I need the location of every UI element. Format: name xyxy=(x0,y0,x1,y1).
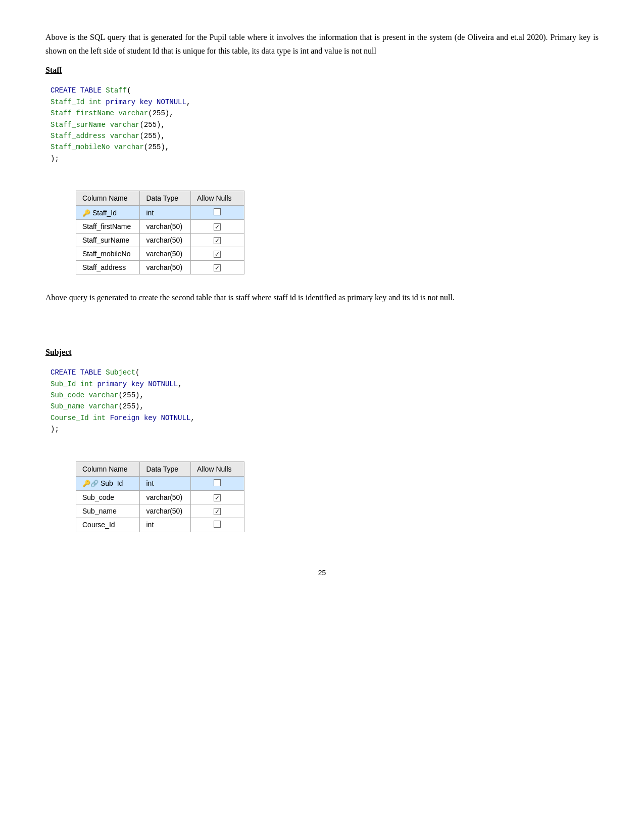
col-type-cell: varchar(50) xyxy=(140,504,191,518)
col-header-name: Column Name xyxy=(76,461,140,476)
page-number: 25 xyxy=(45,569,599,577)
checkbox-unchecked xyxy=(214,479,221,486)
col-null-cell xyxy=(191,206,244,220)
col-name-cell: Sub_name xyxy=(76,504,140,518)
staff-heading: Staff xyxy=(45,66,599,75)
pk-fk-icon: 🔑🔗 xyxy=(82,480,98,487)
table-row: Staff_addressvarchar(50)✓ xyxy=(76,261,244,274)
col-name-cell: Staff_address xyxy=(76,261,140,274)
col-null-cell xyxy=(191,518,244,532)
staff-db-table-wrapper: Column Name Data Type Allow Nulls 🔑Staff… xyxy=(76,191,244,274)
checkbox-checked: ✓ xyxy=(214,223,221,230)
checkbox-unchecked xyxy=(214,521,221,528)
checkbox-checked: ✓ xyxy=(214,494,221,501)
col-header-type: Data Type xyxy=(140,461,191,476)
table-row: Staff_firstNamevarchar(50)✓ xyxy=(76,220,244,234)
col-null-cell xyxy=(191,476,244,490)
subject-sql-block: CREATE TABLE Subject( Sub_Id int primary… xyxy=(45,362,599,440)
table-row: Staff_surNamevarchar(50)✓ xyxy=(76,234,244,247)
col-null-cell: ✓ xyxy=(191,490,244,504)
table-row: 🔑Staff_Idint xyxy=(76,206,244,220)
table-row: Sub_namevarchar(50)✓ xyxy=(76,504,244,518)
col-type-cell: varchar(50) xyxy=(140,490,191,504)
col-name-cell: Staff_surName xyxy=(76,234,140,247)
col-null-cell: ✓ xyxy=(191,234,244,247)
col-type-cell: int xyxy=(140,518,191,532)
col-type-cell: varchar(50) xyxy=(140,234,191,247)
checkbox-checked: ✓ xyxy=(214,237,221,244)
checkbox-checked: ✓ xyxy=(214,251,221,258)
col-header-nulls: Allow Nulls xyxy=(191,461,244,476)
col-type-cell: int xyxy=(140,206,191,220)
col-name-cell: Sub_code xyxy=(76,490,140,504)
col-header-name: Column Name xyxy=(76,191,140,206)
col-type-cell: int xyxy=(140,476,191,490)
col-name-cell: 🔑Staff_Id xyxy=(76,206,140,220)
table-row: 🔑🔗Sub_Idint xyxy=(76,476,244,490)
col-null-cell: ✓ xyxy=(191,261,244,274)
subject-db-table-wrapper: Column Name Data Type Allow Nulls 🔑🔗Sub_… xyxy=(76,461,244,532)
col-name-cell: Staff_firstName xyxy=(76,220,140,234)
subject-heading: Subject xyxy=(45,348,599,357)
col-header-nulls: Allow Nulls xyxy=(191,191,244,206)
col-name-cell: Staff_mobileNo xyxy=(76,247,140,261)
col-type-cell: varchar(50) xyxy=(140,247,191,261)
col-header-type: Data Type xyxy=(140,191,191,206)
col-null-cell: ✓ xyxy=(191,220,244,234)
col-type-cell: varchar(50) xyxy=(140,220,191,234)
checkbox-unchecked xyxy=(214,208,221,215)
col-name-cell: 🔑🔗Sub_Id xyxy=(76,476,140,490)
staff-paragraph: Above query is generated to create the s… xyxy=(45,291,599,304)
table-row: Staff_mobileNovarchar(50)✓ xyxy=(76,247,244,261)
staff-db-table: Column Name Data Type Allow Nulls 🔑Staff… xyxy=(76,191,244,274)
col-null-cell: ✓ xyxy=(191,247,244,261)
pk-icon: 🔑 xyxy=(82,209,90,217)
col-null-cell: ✓ xyxy=(191,504,244,518)
checkbox-checked: ✓ xyxy=(214,508,221,515)
subject-db-table: Column Name Data Type Allow Nulls 🔑🔗Sub_… xyxy=(76,461,244,532)
table-row: Sub_codevarchar(50)✓ xyxy=(76,490,244,504)
checkbox-checked: ✓ xyxy=(214,264,221,271)
col-name-cell: Course_Id xyxy=(76,518,140,532)
staff-sql-block: CREATE TABLE Staff( Staff_Id int primary… xyxy=(45,80,599,169)
col-type-cell: varchar(50) xyxy=(140,261,191,274)
table-row: Course_Idint xyxy=(76,518,244,532)
intro-paragraph: Above is the SQL query that is generated… xyxy=(45,30,599,58)
